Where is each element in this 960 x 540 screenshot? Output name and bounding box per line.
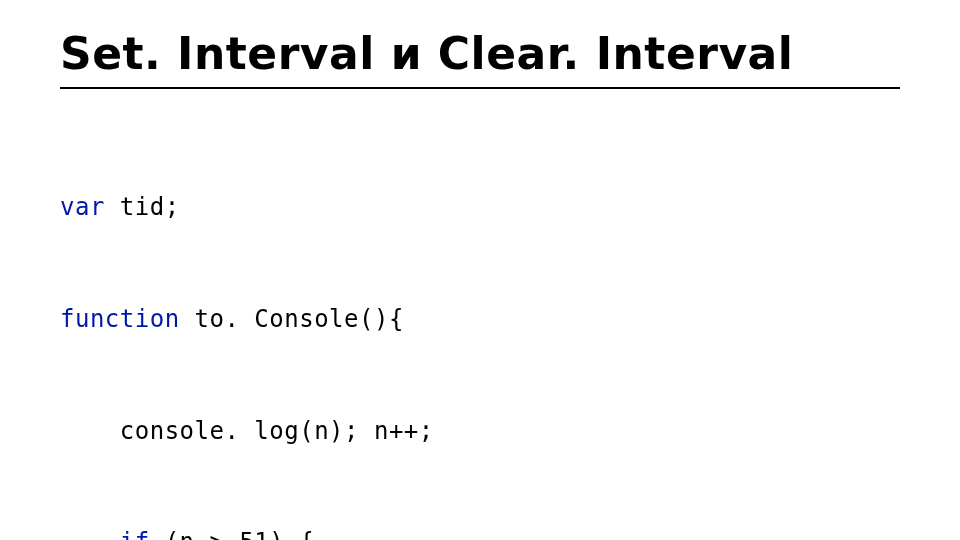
- code-block: var tid; function to. Console(){ console…: [60, 115, 900, 540]
- code-line-3: console. log(n); n++;: [60, 413, 900, 450]
- keyword-if: if: [120, 528, 150, 540]
- code-line-2: function to. Console(){: [60, 301, 900, 338]
- code-line-4: if (n > 51) {: [60, 524, 900, 540]
- keyword-var: var: [60, 193, 105, 221]
- slide: Set. Interval и Clear. Interval var tid;…: [0, 0, 960, 540]
- keyword-function: function: [60, 305, 180, 333]
- indent: [60, 528, 120, 540]
- code-text: tid;: [105, 193, 180, 221]
- code-line-1: var tid;: [60, 189, 900, 226]
- code-text: (n > 51) {: [150, 528, 314, 540]
- slide-title: Set. Interval и Clear. Interval: [60, 28, 900, 89]
- code-text: to. Console(){: [180, 305, 404, 333]
